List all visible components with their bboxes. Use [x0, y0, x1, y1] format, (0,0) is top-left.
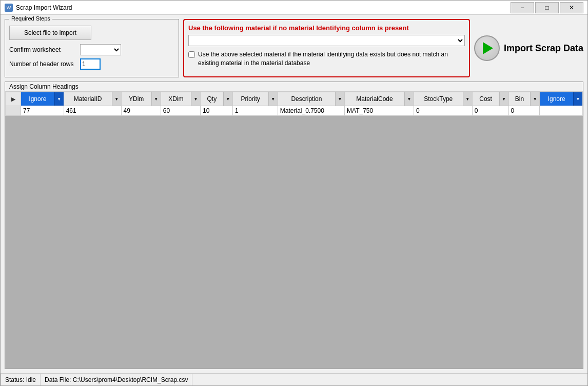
- select-file-button[interactable]: Select file to import: [9, 26, 91, 40]
- assign-section: Assign Column Headings ▶ Ignore ▼: [5, 82, 583, 369]
- cell-col6: 1: [232, 106, 278, 116]
- description-header-cell: Description ▼: [278, 92, 344, 106]
- xdim-dropdown[interactable]: ▼: [191, 92, 200, 106]
- window-controls: − □ ✕: [511, 2, 583, 13]
- cell-col9: 0: [414, 106, 472, 116]
- materialid-header-cell: MaterialID ▼: [64, 92, 121, 106]
- cell-col2: 461: [64, 106, 121, 116]
- use-material-checkbox-label: Use the above selected material if the m…: [198, 50, 465, 68]
- confirm-worksheet-label: Confirm worksheet: [9, 46, 76, 53]
- col-header-ydim: YDim ▼: [121, 92, 161, 106]
- qty-header-cell: Qty ▼: [201, 92, 232, 106]
- materialcode-header-cell: MaterialCode ▼: [345, 92, 414, 106]
- cost-dropdown[interactable]: ▼: [499, 92, 508, 106]
- app-icon: W: [5, 4, 13, 12]
- col-header-bin: Bin ▼: [508, 92, 540, 106]
- bin-header-cell: Bin ▼: [509, 92, 540, 106]
- ignore-2-label: Ignore: [540, 95, 573, 103]
- ignore-1-header-cell: Ignore ▼: [21, 92, 64, 106]
- col-header-priority: Priority ▼: [232, 92, 278, 106]
- top-section: Required Steps Select file to import Con…: [5, 19, 583, 77]
- material-box-title: Use the following material if no materia…: [188, 24, 465, 32]
- table-row: 77 461 49 60 10 1 Material_0.7500 MAT_75…: [6, 106, 583, 116]
- data-file-cell: Data File: C:\Users\prom4\Desktop\RCIM_S…: [41, 374, 192, 385]
- close-button[interactable]: ✕: [560, 2, 583, 13]
- cell-col5: 10: [201, 106, 233, 116]
- import-play-button[interactable]: [474, 35, 500, 61]
- minimize-button[interactable]: −: [511, 2, 534, 13]
- cell-col3: 49: [121, 106, 161, 116]
- materialcode-dropdown[interactable]: ▼: [404, 92, 414, 106]
- materialid-dropdown[interactable]: ▼: [112, 92, 121, 106]
- confirm-worksheet-row: Confirm worksheet: [9, 44, 174, 55]
- ignore-1-dropdown[interactable]: ▼: [54, 92, 64, 106]
- stocktype-label: StockType: [414, 95, 463, 103]
- bin-label: Bin: [509, 95, 531, 103]
- col-header-cost: Cost ▼: [472, 92, 508, 106]
- priority-header-cell: Priority ▼: [233, 92, 278, 106]
- cost-header-cell: Cost ▼: [473, 92, 508, 106]
- cell-col10: 0: [472, 106, 508, 116]
- status-bar: Status: Idle Data File: C:\Users\prom4\D…: [1, 373, 587, 385]
- table-container: ▶ Ignore ▼ MaterialID: [5, 92, 583, 369]
- col-header-qty: Qty ▼: [201, 92, 233, 106]
- xdim-header-cell: XDim ▼: [161, 92, 200, 106]
- priority-dropdown[interactable]: ▼: [268, 92, 278, 106]
- stocktype-header-cell: StockType ▼: [414, 92, 472, 106]
- row-indicator-icon: ▶: [11, 96, 15, 102]
- col-header-description: Description ▼: [278, 92, 344, 106]
- maximize-button[interactable]: □: [535, 2, 559, 13]
- cell-col7: Material_0.7500: [278, 106, 344, 116]
- import-button-label: Import Scrap Data: [504, 43, 583, 54]
- title-bar: W Scrap Import Wizard − □ ✕: [1, 1, 587, 15]
- ydim-label: YDim: [122, 95, 151, 103]
- row-indicator-header: ▶: [6, 92, 21, 106]
- column-header-row: ▶ Ignore ▼ MaterialID: [6, 92, 583, 106]
- play-icon: [483, 42, 493, 54]
- cell-col4: 60: [161, 106, 200, 116]
- col-header-materialid: MaterialID ▼: [64, 92, 121, 106]
- qty-dropdown[interactable]: ▼: [223, 92, 232, 106]
- cell-col1: 77: [21, 106, 64, 116]
- column-table: ▶ Ignore ▼ MaterialID: [5, 92, 583, 116]
- ignore-2-dropdown[interactable]: ▼: [573, 92, 582, 106]
- main-window: W Scrap Import Wizard − □ ✕ Required Ste…: [0, 0, 588, 386]
- cell-col12: [540, 106, 583, 116]
- description-dropdown[interactable]: ▼: [335, 92, 344, 106]
- material-dropdown[interactable]: [188, 35, 465, 46]
- priority-label: Priority: [233, 95, 268, 103]
- data-file-label: Data File: C:\Users\prom4\Desktop\RCIM_S…: [45, 376, 188, 383]
- col-header-ignore-1: Ignore ▼: [21, 92, 64, 106]
- col-header-stocktype: StockType ▼: [414, 92, 472, 106]
- main-content: Required Steps Select file to import Con…: [1, 15, 587, 373]
- cost-label: Cost: [473, 95, 499, 103]
- ydim-dropdown[interactable]: ▼: [151, 92, 161, 106]
- status-cell: Status: Idle: [1, 374, 41, 385]
- import-button-area: Import Scrap Data: [474, 19, 583, 77]
- header-rows-input[interactable]: 1: [80, 58, 101, 70]
- table-body: 77 461 49 60 10 1 Material_0.7500 MAT_75…: [6, 106, 583, 116]
- assign-legend: Assign Column Headings: [5, 82, 583, 92]
- bin-dropdown[interactable]: ▼: [530, 92, 539, 106]
- header-rows-label: Number of header rows: [9, 60, 76, 68]
- cell-col8: MAT_750: [345, 106, 414, 116]
- materialid-label: MaterialID: [64, 95, 112, 103]
- materialcode-label: MaterialCode: [345, 95, 404, 103]
- description-label: Description: [278, 95, 335, 103]
- cell-col11: 0: [508, 106, 540, 116]
- use-material-checkbox-row: Use the above selected material if the m…: [188, 50, 465, 68]
- ignore-2-header-cell: Ignore ▼: [540, 92, 582, 106]
- required-steps-panel: Required Steps Select file to import Con…: [5, 19, 179, 77]
- ydim-header-cell: YDim ▼: [122, 92, 161, 106]
- confirm-worksheet-select[interactable]: [80, 44, 121, 55]
- material-selection-box: Use the following material if no materia…: [183, 19, 470, 77]
- col-header-materialcode: MaterialCode ▼: [345, 92, 414, 106]
- header-rows-row: Number of header rows 1: [9, 58, 174, 70]
- qty-label: Qty: [201, 95, 223, 103]
- status-label: Status: Idle: [5, 376, 36, 383]
- use-material-checkbox[interactable]: [188, 51, 195, 58]
- required-steps-legend: Required Steps: [9, 15, 52, 22]
- stocktype-dropdown[interactable]: ▼: [463, 92, 472, 106]
- ignore-1-label: Ignore: [21, 95, 54, 103]
- window-title: Scrap Import Wizard: [16, 4, 507, 11]
